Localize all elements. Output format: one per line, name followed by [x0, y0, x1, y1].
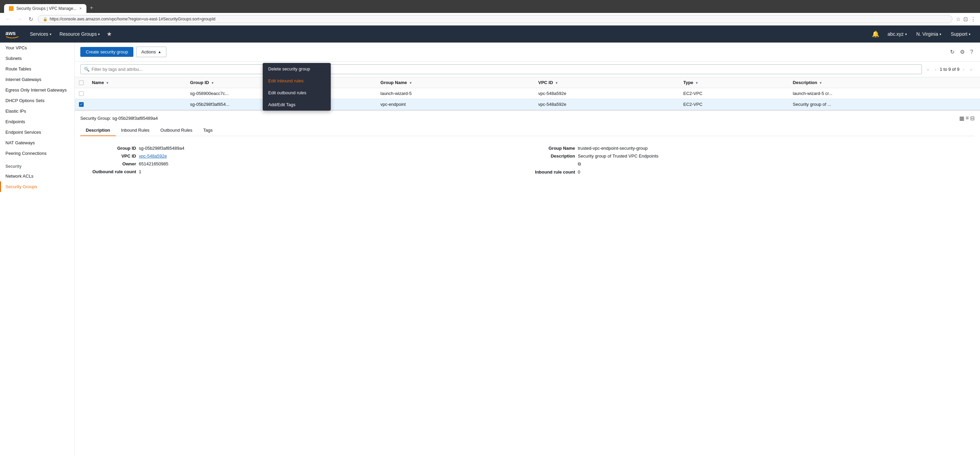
account-menu[interactable]: abc.xyz ▾ [883, 25, 911, 43]
sidebar-item-endpoint-services[interactable]: Endpoint Services [0, 127, 75, 137]
sidebar-item-egress-only-internet-gateways[interactable]: Egress Only Internet Gateways [0, 85, 75, 95]
actions-button[interactable]: Actions ▲ [136, 47, 166, 57]
row-1-group-name: launch-wizard-5 [376, 88, 534, 99]
browser-menu-icon[interactable]: ⋮ [970, 16, 976, 22]
resource-groups-nav-item[interactable]: Resource Groups ▾ [56, 25, 104, 43]
svg-text:aws: aws [5, 30, 16, 36]
sidebar-item-network-acls[interactable]: Network ACLs [0, 171, 75, 181]
detail-vpc-id-value[interactable]: vpc-548a592e [139, 154, 167, 159]
back-btn[interactable]: ← [4, 15, 12, 23]
copy-icon[interactable]: ⧉ [578, 161, 581, 167]
detail-group-id-row: Group ID sg-05b298f3af85489a4 [89, 144, 527, 152]
detail-panel: Security Group: sg-05b298f3af85489a4 ▦ ≡… [75, 110, 980, 183]
filter-input-wrapper[interactable]: 🔍 [80, 64, 922, 74]
page-prev-btn[interactable]: ‹ [933, 66, 939, 73]
filter-input[interactable] [92, 67, 918, 72]
tab-tags[interactable]: Tags [198, 125, 218, 136]
detail-inbound-rule-count-label: Inbound rule count [527, 170, 575, 175]
toolbar: Create security group Actions ▲ Delete s… [75, 43, 980, 62]
browser-bar: ← → ↻ 🔒 https://console.aws.amazon.com/v… [0, 13, 980, 25]
settings-icon[interactable]: ⚙ [959, 47, 966, 57]
browser-extensions-icon[interactable]: ⊡ [963, 16, 968, 22]
url-text: https://console.aws.amazon.com/vpc/home?… [50, 17, 215, 21]
sidebar-item-route-tables[interactable]: Route Tables [0, 64, 75, 74]
dropdown-item-add-edit-tags[interactable]: Add/Edit Tags [263, 99, 331, 111]
row-1-checkbox[interactable] [79, 91, 84, 96]
browser-tabs: Security Groups | VPC Manage... × + [4, 3, 976, 13]
select-all-checkbox[interactable] [79, 80, 84, 85]
col-header-group-name: Group Name ▾ [376, 77, 534, 88]
refresh-icon[interactable]: ↻ [949, 47, 956, 57]
sidebar-item-peering-connections[interactable]: Peering Connections [0, 148, 75, 159]
pagination-text: 1 to 9 of 9 [940, 67, 959, 72]
sort-group-id-icon[interactable]: ▾ [212, 81, 213, 85]
detail-view-list-icon[interactable]: ≡ [966, 115, 969, 121]
region-menu[interactable]: N. Virginia ▾ [912, 25, 945, 43]
dropdown-item-edit-outbound[interactable]: Edit outbound rules [263, 87, 331, 99]
pagination: « ‹ 1 to 9 of 9 › » [924, 66, 975, 73]
table-row[interactable]: sg-058900eacc7c... launch-wizard-5 vpc-5… [75, 88, 980, 99]
forward-btn[interactable]: → [16, 15, 24, 23]
sidebar-item-security-groups[interactable]: Security Groups [0, 181, 75, 192]
sidebar-item-internet-gateways[interactable]: Internet Gateways [0, 74, 75, 85]
sort-type-icon[interactable]: ▾ [696, 81, 698, 85]
detail-description-value: Security group of Trusted VPC Endpoints [578, 154, 659, 159]
services-nav-item[interactable]: Services ▾ [26, 25, 56, 43]
dropdown-item-edit-inbound[interactable]: Edit inbound rules [263, 75, 331, 87]
help-icon[interactable]: ? [969, 48, 975, 57]
tab-close-btn[interactable]: × [79, 6, 82, 11]
actions-arrow-icon: ▲ [158, 50, 161, 54]
sort-group-name-icon[interactable]: ▾ [410, 81, 411, 85]
filter-bar: 🔍 « ‹ 1 to 9 of 9 › » [75, 62, 980, 77]
sidebar-item-your-vpcs[interactable]: Your VPCs [0, 43, 75, 53]
security-groups-table: Name ▾ Group ID ▾ Group Name ▾ VPC ID [75, 77, 980, 110]
detail-tabs: Description Inbound Rules Outbound Rules… [80, 125, 975, 136]
row-1-vpc-id: vpc-548a592e [534, 88, 679, 99]
tab-outbound-rules[interactable]: Outbound Rules [155, 125, 198, 136]
support-menu[interactable]: Support ▾ [947, 25, 975, 43]
notifications-bell-icon[interactable]: 🔔 [869, 30, 882, 38]
row-2-group-name: vpc-endpoint [376, 99, 534, 110]
page-next-btn[interactable]: › [961, 66, 967, 73]
row-2-checkbox[interactable]: ✓ [79, 102, 84, 107]
detail-group-id-value: sg-05b298f3af85489a4 [139, 146, 185, 151]
detail-view-detail-icon[interactable]: ⊟ [970, 115, 975, 121]
sidebar-item-nat-gateways[interactable]: NAT Gateways [0, 137, 75, 148]
table-row[interactable]: ✓ sg-05b298f3af854... vpc-endpoint vpc-5… [75, 99, 980, 110]
page-last-btn[interactable]: » [968, 66, 975, 73]
sort-description-icon[interactable]: ▾ [820, 81, 821, 85]
tab-title: Security Groups | VPC Manage... [16, 6, 76, 11]
browser-bookmark-icon[interactable]: ☆ [956, 16, 961, 22]
toolbar-right-icons: ↻ ⚙ ? [949, 47, 975, 57]
row-1-type: EC2-VPC [679, 88, 789, 99]
dropdown-item-delete[interactable]: Delete security group [263, 63, 331, 75]
browser-actions: ☆ ⊡ ⋮ [956, 16, 976, 22]
tab-favicon [9, 6, 14, 11]
page-first-btn[interactable]: « [924, 66, 931, 73]
pin-icon[interactable]: ★ [104, 30, 115, 38]
sidebar-item-subnets[interactable]: Subnets [0, 53, 75, 64]
aws-logo[interactable]: aws [5, 29, 19, 39]
tab-description[interactable]: Description [80, 125, 116, 136]
detail-vpc-id-row: VPC ID vpc-548a592e [89, 152, 527, 160]
detail-view-grid-icon[interactable]: ▦ [959, 115, 964, 121]
row-2-name [88, 99, 186, 110]
detail-description-content: Group ID sg-05b298f3af85489a4 VPC ID vpc… [80, 141, 975, 179]
sidebar-item-elastic-ips[interactable]: Elastic IPs [0, 106, 75, 116]
create-security-group-button[interactable]: Create security group [80, 47, 134, 57]
detail-vpc-id-label: VPC ID [89, 154, 136, 159]
main-layout: Your VPCs Subnets Route Tables Internet … [0, 43, 980, 456]
new-tab-btn[interactable]: + [86, 3, 96, 13]
url-bar[interactable]: 🔒 https://console.aws.amazon.com/vpc/hom… [38, 15, 953, 23]
security-groups-table-wrapper: Name ▾ Group ID ▾ Group Name ▾ VPC ID [75, 77, 980, 110]
active-tab[interactable]: Security Groups | VPC Manage... × [4, 4, 86, 13]
detail-view-icons: ▦ ≡ ⊟ [959, 115, 975, 121]
sort-name-icon[interactable]: ▾ [107, 81, 108, 85]
col-header-name: Name ▾ [88, 77, 186, 88]
sort-vpc-id-icon[interactable]: ▾ [556, 81, 557, 85]
tab-inbound-rules[interactable]: Inbound Rules [116, 125, 155, 136]
sidebar-item-dhcp-options-sets[interactable]: DHCP Options Sets [0, 95, 75, 106]
detail-outbound-rule-count-value: 1 [139, 169, 141, 174]
sidebar-item-endpoints[interactable]: Endpoints [0, 116, 75, 127]
refresh-btn[interactable]: ↻ [27, 15, 34, 23]
